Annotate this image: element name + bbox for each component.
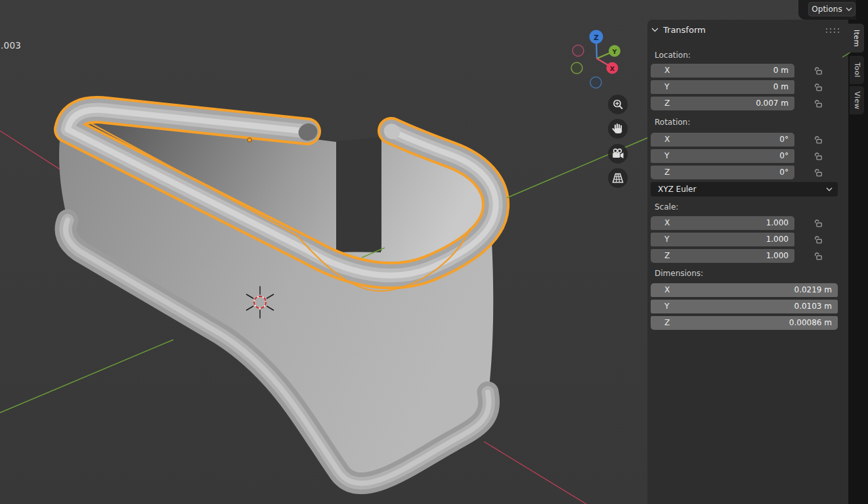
chevron-down-icon [846,7,852,11]
lock-rotation-y-icon[interactable] [814,151,823,161]
location-x-field[interactable]: X 0 m [651,64,794,78]
axis-label: X [664,285,670,294]
svg-text:Z: Z [594,34,599,41]
svg-text:X: X [610,65,615,72]
dimensions-y-field[interactable]: Y 0.0103 m [651,300,838,313]
tab-item[interactable]: Item [848,24,864,53]
blender-window: .003 Z Y X [0,0,868,504]
dimensions-x-field[interactable]: X 0.0219 m [651,283,838,297]
header-corner [856,0,868,20]
axis-lines-front [484,137,649,504]
axis-label: Z [664,318,670,327]
axis-value: 0.007 m [756,99,789,108]
axis-value: 0.0103 m [794,302,833,311]
gizmo-axis-z-ball[interactable]: Z [590,30,603,44]
lock-rotation-z-icon[interactable] [814,168,823,177]
axis-value: 1.000 [766,235,789,244]
scale-x-field[interactable]: X 1.000 [651,216,794,230]
tab-item-label: Item [852,30,861,47]
axis-label: X [664,218,670,227]
pan-button[interactable] [608,119,628,139]
panel-title: Transform [663,25,706,35]
axis-value: 0.00086 m [789,318,832,327]
panel-drag-grip-icon[interactable] [825,27,840,34]
camera-view-icon [610,146,626,162]
axis-value: 0.0219 m [794,285,833,294]
rotation-x-field[interactable]: X 0° [651,133,794,147]
lock-rotation-x-icon[interactable] [814,135,823,145]
axis-label: Y [664,235,669,244]
chevron-down-icon [826,187,833,191]
svg-text:Y: Y [612,48,617,55]
gizmo-axis-minus-y-ball[interactable] [571,62,582,74]
zoom-icon [610,97,626,112]
tab-tool[interactable]: Tool [850,56,864,84]
lock-location-y-icon[interactable] [814,82,823,92]
perspective-toggle-button[interactable] [608,168,628,188]
active-object-label: .003 [1,40,21,51]
lock-location-x-icon[interactable] [814,66,823,76]
scale-section-label: Scale: [655,202,678,212]
gizmo-axis-minus-z-ball[interactable] [590,77,601,88]
axis-label: Y [664,82,669,91]
axis-label: Y [664,151,669,160]
axis-value: 0° [779,135,789,144]
axis-value: 1.000 [766,251,789,260]
rotation-y-field[interactable]: Y 0° [651,149,794,163]
lock-scale-y-icon[interactable] [814,235,823,244]
lock-location-z-icon[interactable] [814,99,823,108]
axis-value: 0° [779,151,789,160]
transform-panel-header[interactable]: Transform [651,25,706,35]
dimensions-z-field[interactable]: Z 0.00086 m [651,316,838,330]
axis-label: Z [664,168,670,177]
options-label: Options [812,5,842,14]
zoom-button[interactable] [608,95,628,114]
location-z-field[interactable]: Z 0.007 m [651,97,794,110]
tab-tool-label: Tool [853,62,861,78]
location-section-label: Location: [655,51,691,60]
chevron-down-icon [651,28,659,32]
axis-value: 1.000 [766,218,789,227]
gizmo-axis-x-ball[interactable]: X [607,62,618,74]
dimensions-section-label: Dimensions: [655,269,703,278]
gizmo-axis-minus-x-ball[interactable] [573,45,584,57]
axis-value: 0 m [773,82,789,91]
rotation-mode-dropdown[interactable]: XYZ Euler [651,182,838,196]
tab-view[interactable]: View [850,86,864,114]
lock-scale-z-icon[interactable] [814,251,823,261]
view-navigation-gizmo[interactable]: Z Y X [561,23,634,95]
rotation-section-label: Rotation: [655,118,690,127]
axis-value: 0° [779,168,789,177]
perspective-grid-icon [610,170,626,186]
options-dropdown[interactable]: Options [808,2,856,16]
axis-label: X [664,135,670,144]
axis-label: Y [664,302,669,311]
gizmo-axis-y-ball[interactable]: Y [609,45,620,57]
lock-scale-x-icon[interactable] [814,218,823,228]
axis-label: Z [664,99,670,108]
scale-z-field[interactable]: Z 1.000 [651,249,794,263]
axis-label: Z [664,251,670,260]
slot-gap [336,137,381,252]
axis-label: X [664,66,670,75]
location-y-field[interactable]: Y 0 m [651,80,794,94]
rotation-mode-value: XYZ Euler [658,185,696,194]
rotation-z-field[interactable]: Z 0° [651,166,794,179]
pan-hand-icon [610,121,626,137]
scale-y-field[interactable]: Y 1.000 [651,233,794,246]
object-origin-dot [248,138,251,142]
camera-view-button[interactable] [608,144,628,164]
axis-value: 0 m [773,66,789,75]
tab-view-label: View [853,91,861,110]
